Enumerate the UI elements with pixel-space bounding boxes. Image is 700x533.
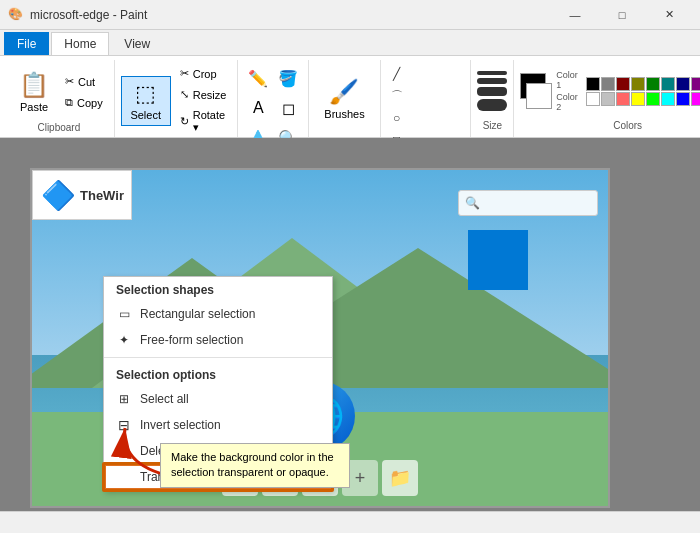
brushes-label: Brushes <box>324 108 364 120</box>
canvas-area: 🔷 TheWir 🌐 ⊞ 🔍 🌐 + 📁 🔍 <box>0 138 700 511</box>
palette-black[interactable] <box>586 77 600 91</box>
select-icon: ⬚ <box>135 81 156 107</box>
app-icon: 🎨 <box>8 7 24 23</box>
paste-button[interactable]: 📋 Paste <box>10 64 58 120</box>
resize-icon: ⤡ <box>180 88 189 101</box>
cut-button[interactable]: ✂ Cut <box>60 72 108 91</box>
size-option-1[interactable] <box>477 71 507 75</box>
rotate-icon: ↻ <box>180 115 189 128</box>
crop-label: Crop <box>193 68 217 80</box>
brushes-button[interactable]: 🖌️ Brushes <box>315 73 373 125</box>
pencil-tool[interactable]: ✏️ <box>244 64 272 92</box>
palette-yellow[interactable] <box>631 92 645 106</box>
palette-gray[interactable] <box>601 77 615 91</box>
copy-label: Copy <box>77 97 103 109</box>
search-icon-canvas: 🔍 <box>465 196 480 210</box>
rotate-label: Rotate ▾ <box>193 109 227 134</box>
color2-swatch[interactable] <box>526 83 552 109</box>
thewir-text: TheWir <box>80 188 124 203</box>
tooltip-text: Make the background color in the selecti… <box>171 451 334 478</box>
palette-pink[interactable] <box>616 92 630 106</box>
taskbar-icon-4[interactable]: 📁 <box>382 460 418 496</box>
rect-selection-icon: ▭ <box>116 306 132 322</box>
tooltip: Make the background color in the selecti… <box>160 443 350 488</box>
palette-olive[interactable] <box>631 77 645 91</box>
thewir-logo: 🔷 TheWir <box>32 170 132 220</box>
palette-purple[interactable] <box>691 77 700 91</box>
menu-divider-1 <box>104 357 332 358</box>
shape-curve[interactable]: ⌒ <box>387 86 407 106</box>
window-controls[interactable]: — □ ✕ <box>552 0 692 30</box>
selection-shapes-label: Selection shapes <box>104 277 332 301</box>
brushes-icon: 🖌️ <box>329 78 359 106</box>
palette-blue[interactable] <box>676 92 690 106</box>
palette-teal[interactable] <box>661 77 675 91</box>
shape-oval[interactable]: ○ <box>387 108 407 128</box>
size-group: Size <box>471 60 514 137</box>
selection-options-label: Selection options <box>104 362 332 386</box>
freeform-label: Free-form selection <box>140 333 243 347</box>
palette-magenta[interactable] <box>691 92 700 106</box>
minimize-button[interactable]: — <box>552 0 598 30</box>
cut-label: Cut <box>78 76 95 88</box>
resize-label: Resize <box>193 89 227 101</box>
maximize-button[interactable]: □ <box>599 0 645 30</box>
palette-darkred[interactable] <box>616 77 630 91</box>
color-palette <box>586 77 700 106</box>
search-bar-canvas[interactable]: 🔍 <box>458 190 598 216</box>
color2-label: Color 2 <box>556 92 582 112</box>
text-tool[interactable]: A <box>244 94 272 122</box>
select-all-label: Select all <box>140 392 189 406</box>
shape-line[interactable]: ╱ <box>387 64 407 84</box>
tools-group: ✏️ 🪣 A ◻ 💧 🔍 Tools <box>238 60 309 137</box>
eraser-tool[interactable]: ◻ <box>274 94 302 122</box>
status-bar <box>0 511 700 533</box>
size-label: Size <box>477 120 507 133</box>
ribbon-tabs: File Home View <box>0 30 700 56</box>
freeform-selection-item[interactable]: ✦ Free-form selection <box>104 327 332 353</box>
colors-label: Colors <box>520 120 700 133</box>
logo-icon: 🔷 <box>41 179 76 212</box>
clipboard-group: 📋 Paste ✂ Cut ⧉ Copy Clipboard <box>4 60 115 137</box>
close-button[interactable]: ✕ <box>646 0 692 30</box>
title-text: microsoft-edge - Paint <box>30 8 552 22</box>
copy-button[interactable]: ⧉ Copy <box>60 93 108 112</box>
color1-label: Color 1 <box>556 70 582 90</box>
size-option-4[interactable] <box>477 99 507 111</box>
copy-icon: ⧉ <box>65 96 73 109</box>
ribbon: 📋 Paste ✂ Cut ⧉ Copy Clipboard ⬚ Select <box>0 56 700 138</box>
size-option-3[interactable] <box>477 87 507 96</box>
clipboard-label: Clipboard <box>10 122 108 133</box>
select-button[interactable]: ⬚ Select <box>121 76 171 126</box>
paste-label: Paste <box>20 101 48 113</box>
resize-button[interactable]: ⤡ Resize <box>175 85 232 104</box>
palette-navy[interactable] <box>676 77 690 91</box>
palette-white[interactable] <box>586 92 600 106</box>
size-option-2[interactable] <box>477 78 507 84</box>
blue-square <box>468 230 528 290</box>
brushes-group: 🖌️ Brushes <box>309 60 380 137</box>
tab-file[interactable]: File <box>4 32 49 55</box>
image-actions: ✂ Crop ⤡ Resize ↻ Rotate ▾ <box>175 64 232 137</box>
crop-button[interactable]: ✂ Crop <box>175 64 232 83</box>
palette-cyan[interactable] <box>661 92 675 106</box>
tab-view[interactable]: View <box>111 32 163 55</box>
paste-icon: 📋 <box>19 71 49 99</box>
palette-silver[interactable] <box>601 92 615 106</box>
rotate-button[interactable]: ↻ Rotate ▾ <box>175 106 232 137</box>
palette-lime[interactable] <box>646 92 660 106</box>
freeform-icon: ✦ <box>116 332 132 348</box>
crop-icon: ✂ <box>180 67 189 80</box>
shapes-group: ╱ ⌒ ○ □ △ ◇ ⬠ ⬡ → ✦ ★ 💬 ♥ ⚡ ▭ Outline ▾ <box>381 60 472 137</box>
image-group: ⬚ Select ✂ Crop ⤡ Resize ↻ Rotate ▾ Imag… <box>115 60 239 137</box>
fill-tool[interactable]: 🪣 <box>274 64 302 92</box>
title-bar: 🎨 microsoft-edge - Paint — □ ✕ <box>0 0 700 30</box>
rectangular-selection-item[interactable]: ▭ Rectangular selection <box>104 301 332 327</box>
clipboard-small-buttons: ✂ Cut ⧉ Copy <box>60 64 108 120</box>
select-all-icon: ⊞ <box>116 391 132 407</box>
select-label: Select <box>130 109 161 121</box>
colors-group: Color 1 Color 2 <box>514 60 700 137</box>
tab-home[interactable]: Home <box>51 32 109 55</box>
palette-darkgreen[interactable] <box>646 77 660 91</box>
rect-selection-label: Rectangular selection <box>140 307 255 321</box>
